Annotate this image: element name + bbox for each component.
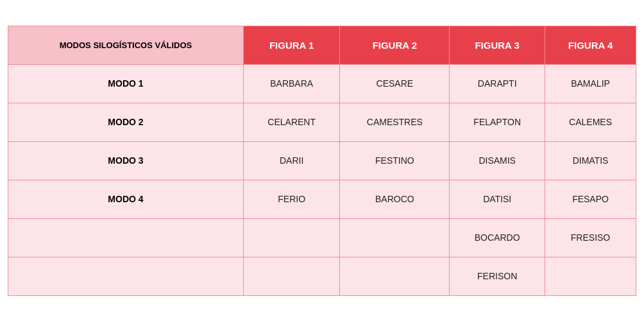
table-wrapper: MODOS SILOGÍSTICOS VÁLIDOS FIGURA 1 FIGU… [8,26,636,296]
figure-cell: DIMATIS [545,141,636,180]
col-header-fig3: FIGURA 3 [450,26,545,64]
col-header-modes: MODOS SILOGÍSTICOS VÁLIDOS [8,26,244,64]
table-body: MODO 1BARBARACESAREDARAPTIBAMALIPMODO 2C… [8,64,636,295]
figure-cell: BAMALIP [545,64,636,103]
header-row: MODOS SILOGÍSTICOS VÁLIDOS FIGURA 1 FIGU… [8,26,636,64]
figure-cell: FRESISO [545,218,636,257]
figure-cell: FELAPTON [450,103,545,141]
table-row: MODO 4FERIOBAROCODATISIFESAPO [8,180,636,218]
mode-cell: MODO 3 [8,141,244,180]
figure-cell [243,257,339,295]
figure-cell [243,218,339,257]
figure-cell: BOCARDO [450,218,545,257]
figure-cell: DARII [243,141,339,180]
table-row: MODO 1BARBARACESAREDARAPTIBAMALIP [8,64,636,103]
figure-cell: CELARENT [243,103,339,141]
figure-cell [340,218,450,257]
figure-cell: CESARE [340,64,450,103]
figure-cell: FERIO [243,180,339,218]
figure-cell: DATISI [450,180,545,218]
col-header-fig4: FIGURA 4 [545,26,636,64]
figure-cell: FESTINO [340,141,450,180]
mode-cell [8,257,244,295]
figure-cell: FESAPO [545,180,636,218]
syllogistic-modes-table: MODOS SILOGÍSTICOS VÁLIDOS FIGURA 1 FIGU… [8,26,636,296]
mode-cell: MODO 2 [8,103,244,141]
figure-cell [545,257,636,295]
col-header-fig2: FIGURA 2 [340,26,450,64]
mode-cell: MODO 4 [8,180,244,218]
col-header-fig1: FIGURA 1 [243,26,339,64]
figure-cell [340,257,450,295]
table-row: MODO 2CELARENTCAMESTRESFELAPTONCALEMES [8,103,636,141]
figure-cell: CALEMES [545,103,636,141]
figure-cell: CAMESTRES [340,103,450,141]
figure-cell: BAROCO [340,180,450,218]
figure-cell: BARBARA [243,64,339,103]
figure-cell: FERISON [450,257,545,295]
table-row: MODO 3DARIIFESTINODISAMISDIMATIS [8,141,636,180]
figure-cell: DISAMIS [450,141,545,180]
table-row: FERISON [8,257,636,295]
mode-cell: MODO 1 [8,64,244,103]
mode-cell [8,218,244,257]
figure-cell: DARAPTI [450,64,545,103]
table-row: BOCARDOFRESISO [8,218,636,257]
